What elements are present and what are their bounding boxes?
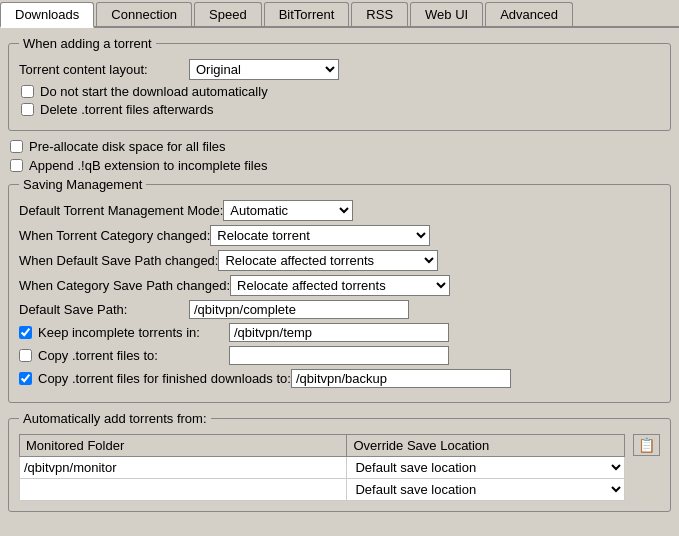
folder-cell-1 bbox=[20, 479, 347, 501]
layout-label: Torrent content layout: bbox=[19, 62, 189, 77]
torrent-category-label: When Torrent Category changed: bbox=[19, 228, 210, 243]
tab-bittorrent[interactable]: BitTorrent bbox=[264, 2, 350, 26]
delete-torrent-checkbox[interactable] bbox=[21, 103, 34, 116]
tab-advanced[interactable]: Advanced bbox=[485, 2, 573, 26]
default-save-path-changed-row: When Default Save Path changed: Relocate… bbox=[19, 250, 660, 271]
tab-rss[interactable]: RSS bbox=[351, 2, 408, 26]
tab-webui[interactable]: Web UI bbox=[410, 2, 483, 26]
override-select-0[interactable]: Default save location Custom location bbox=[347, 457, 624, 478]
tab-bar: Downloads Connection Speed BitTorrent RS… bbox=[0, 0, 679, 28]
folder-cell-0 bbox=[20, 457, 347, 479]
default-path-input[interactable] bbox=[189, 300, 409, 319]
category-save-select[interactable]: Relocate affected torrents Don't relocat… bbox=[230, 275, 450, 296]
monitored-row-0: Default save location Custom location bbox=[20, 457, 625, 479]
copy-finished-label: Copy .torrent files for finished downloa… bbox=[38, 371, 291, 386]
default-path-label: Default Save Path: bbox=[19, 302, 189, 317]
folder-input-0[interactable] bbox=[20, 458, 346, 477]
copy-torrent-row: Copy .torrent files to: bbox=[19, 346, 660, 365]
copy-torrent-input[interactable] bbox=[229, 346, 449, 365]
category-save-row: When Category Save Path changed: Relocat… bbox=[19, 275, 660, 296]
auto-add-legend: Automatically add torrents from: bbox=[19, 411, 211, 426]
monitored-row-1: Default save location Custom location bbox=[20, 479, 625, 501]
keep-incomplete-label: Keep incomplete torrents in: bbox=[38, 325, 208, 340]
append-extension-row: Append .!qB extension to incomplete file… bbox=[8, 158, 671, 173]
col-override-header: Override Save Location bbox=[347, 435, 625, 457]
copy-finished-input[interactable] bbox=[291, 369, 511, 388]
folder-input-1[interactable] bbox=[20, 480, 346, 499]
keep-incomplete-input[interactable] bbox=[229, 323, 449, 342]
keep-incomplete-row: Keep incomplete torrents in: bbox=[19, 323, 660, 342]
category-save-label: When Category Save Path changed: bbox=[19, 278, 230, 293]
copy-button[interactable]: 📋 bbox=[633, 434, 660, 456]
default-path-row: Default Save Path: bbox=[19, 300, 660, 319]
mode-label: Default Torrent Management Mode: bbox=[19, 203, 223, 218]
auto-add-group: Automatically add torrents from: Monitor… bbox=[8, 411, 671, 512]
mode-select[interactable]: Automatic Manual bbox=[223, 200, 353, 221]
copy-btn-wrap: 📋 bbox=[629, 434, 660, 456]
copy-finished-checkbox[interactable] bbox=[19, 372, 32, 385]
copy-finished-row: Copy .torrent files for finished downloa… bbox=[19, 369, 660, 388]
default-save-changed-label: When Default Save Path changed: bbox=[19, 253, 218, 268]
tab-downloads[interactable]: Downloads bbox=[0, 2, 94, 28]
pre-allocate-checkbox[interactable] bbox=[10, 140, 23, 153]
col-folder-header: Monitored Folder bbox=[20, 435, 347, 457]
layout-select[interactable]: Original Create subfolder Don't create s… bbox=[189, 59, 339, 80]
override-cell-1: Default save location Custom location bbox=[347, 479, 625, 501]
saving-management-group: Saving Management Default Torrent Manage… bbox=[8, 177, 671, 403]
append-extension-checkbox[interactable] bbox=[10, 159, 23, 172]
no-auto-start-label: Do not start the download automatically bbox=[40, 84, 268, 99]
pre-allocate-label: Pre-allocate disk space for all files bbox=[29, 139, 226, 154]
tab-speed[interactable]: Speed bbox=[194, 2, 262, 26]
layout-row: Torrent content layout: Original Create … bbox=[19, 59, 660, 80]
default-save-select[interactable]: Relocate affected torrents Don't relocat… bbox=[218, 250, 438, 271]
keep-incomplete-checkbox[interactable] bbox=[19, 326, 32, 339]
copy-torrent-label: Copy .torrent files to: bbox=[38, 348, 208, 363]
override-select-1[interactable]: Default save location Custom location bbox=[347, 479, 624, 500]
main-content: When adding a torrent Torrent content la… bbox=[0, 28, 679, 528]
delete-torrent-row: Delete .torrent files afterwards bbox=[19, 102, 660, 117]
saving-management-legend: Saving Management bbox=[19, 177, 146, 192]
adding-torrent-group: When adding a torrent Torrent content la… bbox=[8, 36, 671, 131]
no-auto-start-row: Do not start the download automatically bbox=[19, 84, 660, 99]
override-cell-0: Default save location Custom location bbox=[347, 457, 625, 479]
monitored-table: Monitored Folder Override Save Location … bbox=[19, 434, 625, 501]
pre-allocate-row: Pre-allocate disk space for all files bbox=[8, 139, 671, 154]
torrent-category-select[interactable]: Relocate torrent Don't relocate torrent bbox=[210, 225, 430, 246]
no-auto-start-checkbox[interactable] bbox=[21, 85, 34, 98]
monitored-table-wrap: Monitored Folder Override Save Location … bbox=[19, 434, 625, 501]
adding-torrent-legend: When adding a torrent bbox=[19, 36, 156, 51]
tab-connection[interactable]: Connection bbox=[96, 2, 192, 26]
auto-add-inner: Monitored Folder Override Save Location … bbox=[19, 434, 660, 501]
append-extension-label: Append .!qB extension to incomplete file… bbox=[29, 158, 267, 173]
torrent-category-row: When Torrent Category changed: Relocate … bbox=[19, 225, 660, 246]
delete-torrent-label: Delete .torrent files afterwards bbox=[40, 102, 213, 117]
mode-row: Default Torrent Management Mode: Automat… bbox=[19, 200, 660, 221]
copy-torrent-checkbox[interactable] bbox=[19, 349, 32, 362]
